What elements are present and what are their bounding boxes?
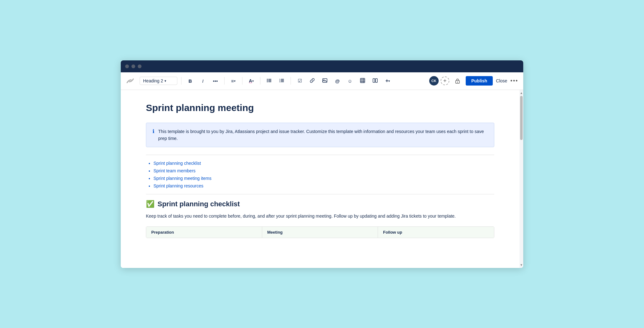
table-header-col-2: Meeting: [262, 227, 378, 238]
section1-body: Keep track of tasks you need to complete…: [146, 213, 494, 220]
divider-5: [291, 77, 291, 85]
svg-rect-7: [281, 79, 284, 80]
scrollbar: ▲ ▼: [519, 90, 523, 268]
divider-bottom: [146, 194, 494, 194]
more-options-button[interactable]: •••: [510, 78, 518, 84]
numbered-list-button[interactable]: 1.2.3.: [277, 76, 287, 86]
bold-button[interactable]: B: [185, 76, 195, 86]
align-icon: ≡: [231, 78, 234, 84]
table-icon: [360, 78, 365, 84]
section1-heading: ✅ Sprint planning checklist: [146, 200, 494, 208]
info-banner-text: This template is brought to you by Jira,…: [158, 128, 488, 142]
table-header-col-3: Follow up: [378, 227, 494, 238]
link-button[interactable]: [307, 76, 317, 86]
info-banner: ℹ This template is brought to you by Jir…: [146, 123, 494, 147]
divider-1: [181, 77, 181, 85]
align-chevron-icon: ▾: [234, 79, 236, 83]
sprint-table: Preparation Meeting Follow up: [146, 226, 494, 238]
title-bar: [121, 60, 523, 72]
publish-button[interactable]: Publish: [466, 76, 493, 86]
svg-rect-3: [268, 80, 271, 81]
divider-3: [242, 77, 242, 85]
divider-2: [224, 77, 225, 85]
emoji-icon: ☺: [347, 78, 352, 84]
traffic-light-green[interactable]: [138, 64, 142, 68]
svg-point-2: [267, 80, 268, 81]
layout-button[interactable]: [370, 76, 380, 86]
section1-emoji: ✅: [146, 200, 154, 208]
text-color-button[interactable]: A ▾: [246, 76, 256, 86]
table-of-contents: Sprint planning checklist Sprint team me…: [146, 161, 494, 188]
toc-item-4[interactable]: Sprint planning resources: [153, 183, 494, 188]
page-title[interactable]: Sprint planning meeting: [146, 103, 494, 113]
table-button[interactable]: [358, 76, 368, 86]
mention-button[interactable]: @: [332, 76, 342, 86]
svg-rect-11: [281, 81, 284, 82]
add-collaborator-button[interactable]: +: [441, 76, 449, 85]
toc-item-3[interactable]: Sprint planning meeting items: [153, 176, 494, 181]
text-color-chevron-icon: ▾: [252, 79, 254, 83]
lock-button[interactable]: [452, 76, 463, 86]
link-icon: [310, 78, 315, 84]
heading-selector-label: Heading 2: [143, 78, 163, 83]
divider-4: [260, 77, 260, 85]
avatar-group: CK +: [429, 75, 449, 86]
svg-rect-9: [281, 80, 284, 81]
divider-top: [146, 155, 494, 155]
browser-window: Heading 2 ▾ B I ••• ≡ ▾ A ▾: [121, 60, 523, 268]
bullet-list-button[interactable]: [264, 76, 274, 86]
content-area: Sprint planning meeting ℹ This template …: [121, 90, 523, 268]
task-icon: ☑: [298, 78, 302, 84]
table-header-col-1: Preparation: [146, 227, 262, 238]
numbered-list-icon: 1.2.3.: [279, 78, 284, 84]
insert-chevron-icon: ▾: [388, 79, 390, 83]
svg-rect-1: [268, 79, 271, 80]
scroll-up-arrow[interactable]: ▲: [520, 91, 523, 95]
plus-icon: +: [386, 78, 388, 84]
task-button[interactable]: ☑: [295, 76, 305, 86]
table-header-row: Preparation Meeting Follow up: [146, 227, 494, 238]
traffic-light-yellow[interactable]: [131, 64, 135, 68]
toolbar: Heading 2 ▾ B I ••• ≡ ▾ A ▾: [121, 72, 523, 90]
layout-icon: [373, 78, 378, 84]
more-options-icon: •••: [510, 78, 518, 84]
close-button[interactable]: Close: [496, 78, 507, 83]
svg-point-0: [267, 79, 268, 80]
insert-button[interactable]: + ▾: [383, 76, 393, 86]
avatar: CK: [429, 75, 439, 86]
svg-text:3.: 3.: [279, 81, 281, 83]
toolbar-right: CK + Publish Close •••: [429, 75, 518, 86]
svg-rect-19: [373, 79, 375, 82]
mention-icon: @: [335, 78, 340, 84]
scroll-down-arrow[interactable]: ▼: [520, 263, 523, 267]
align-button[interactable]: ≡ ▾: [228, 76, 238, 86]
svg-point-4: [267, 81, 268, 82]
scrollbar-thumb[interactable]: [520, 96, 523, 140]
text-color-icon: A: [249, 78, 252, 83]
section1-heading-text: Sprint planning checklist: [158, 200, 240, 208]
svg-point-22: [457, 82, 458, 83]
confluence-logo: [126, 76, 135, 85]
svg-rect-14: [360, 78, 365, 83]
bullet-list-icon: [267, 78, 272, 84]
image-button[interactable]: [320, 76, 330, 86]
italic-button[interactable]: I: [198, 76, 208, 86]
editor: Sprint planning meeting ℹ This template …: [121, 90, 519, 268]
emoji-button[interactable]: ☺: [345, 76, 355, 86]
toc-item-2[interactable]: Sprint team members: [153, 168, 494, 173]
image-icon: [322, 78, 327, 84]
toc-item-1[interactable]: Sprint planning checklist: [153, 161, 494, 166]
info-icon: ℹ: [153, 128, 154, 134]
heading-selector[interactable]: Heading 2 ▾: [140, 77, 177, 85]
chevron-down-icon: ▾: [164, 79, 166, 83]
traffic-light-red[interactable]: [125, 64, 129, 68]
more-text-format-button[interactable]: •••: [210, 76, 220, 86]
svg-rect-5: [268, 81, 271, 82]
ellipsis-icon: •••: [213, 78, 218, 84]
svg-rect-20: [375, 79, 377, 82]
